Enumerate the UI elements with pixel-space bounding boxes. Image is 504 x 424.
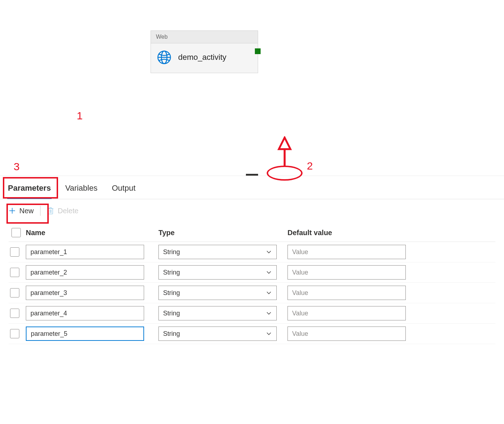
row-checkbox[interactable] xyxy=(10,309,19,318)
parameter-default-input[interactable]: Value xyxy=(287,265,406,280)
delete-button-label: Delete xyxy=(58,207,79,215)
parameter-default-input[interactable]: Value xyxy=(287,306,406,320)
parameter-name-input[interactable]: parameter_1 xyxy=(26,245,144,259)
parameter-type-select[interactable]: String xyxy=(158,245,277,259)
bottom-panel-tabs: Parameters Variables Output xyxy=(0,177,504,199)
parameter-default-input[interactable]: Value xyxy=(287,286,406,300)
globe-icon xyxy=(157,50,172,65)
table-row: parameter_5StringValue xyxy=(9,324,495,344)
parameter-type-value: String xyxy=(163,310,180,317)
tab-variables[interactable]: Variables xyxy=(65,181,98,199)
col-header-type: Type xyxy=(158,229,287,237)
row-checkbox[interactable] xyxy=(10,288,19,297)
table-header-row: Name Type Default value xyxy=(9,222,495,242)
parameter-type-select[interactable]: String xyxy=(158,306,277,320)
parameter-name-input[interactable]: parameter_2 xyxy=(26,265,144,280)
parameter-type-value: String xyxy=(163,330,180,338)
tab-parameters[interactable]: Parameters xyxy=(7,181,52,199)
parameter-type-select[interactable]: String xyxy=(158,327,277,341)
parameter-name-input[interactable]: parameter_3 xyxy=(26,286,144,300)
parameter-type-value: String xyxy=(163,289,180,297)
activity-success-handle[interactable] xyxy=(255,48,261,54)
tab-output[interactable]: Output xyxy=(111,181,136,199)
parameter-default-input[interactable]: Value xyxy=(287,327,406,341)
parameter-type-value: String xyxy=(163,248,180,256)
activity-name: demo_activity xyxy=(178,53,227,62)
pipeline-canvas[interactable]: Web demo_activity xyxy=(0,0,504,176)
row-checkbox[interactable] xyxy=(10,329,19,338)
table-row: parameter_2StringValue xyxy=(9,262,495,283)
table-row: parameter_1StringValue xyxy=(9,242,495,262)
parameter-default-input[interactable]: Value xyxy=(287,245,406,259)
row-checkbox[interactable] xyxy=(10,268,19,277)
chevron-down-icon xyxy=(266,269,272,276)
parameter-type-select[interactable]: String xyxy=(158,286,277,300)
table-row: parameter_4StringValue xyxy=(9,303,495,324)
panel-resize-bar[interactable] xyxy=(0,176,504,177)
trash-icon xyxy=(47,207,54,215)
activity-body[interactable]: demo_activity xyxy=(151,43,258,73)
col-header-name: Name xyxy=(26,229,158,237)
row-checkbox[interactable] xyxy=(10,247,19,257)
toolbar-separator xyxy=(40,206,41,216)
plus-icon xyxy=(9,207,16,214)
parameters-toolbar: New Delete xyxy=(0,199,504,222)
web-activity-node[interactable]: Web demo_activity xyxy=(151,30,258,73)
select-all-checkbox[interactable] xyxy=(11,228,21,237)
delete-parameter-button: Delete xyxy=(47,207,79,215)
chevron-down-icon xyxy=(266,330,272,337)
chevron-down-icon xyxy=(266,290,272,296)
table-row: parameter_3StringValue xyxy=(9,283,495,303)
new-parameter-button[interactable]: New xyxy=(9,207,34,215)
parameter-name-input[interactable]: parameter_4 xyxy=(26,306,144,320)
parameter-type-select[interactable]: String xyxy=(158,265,277,280)
parameter-name-input[interactable]: parameter_5 xyxy=(26,327,144,341)
panel-collapse-handle[interactable] xyxy=(246,174,258,176)
chevron-down-icon xyxy=(266,310,272,316)
parameter-type-value: String xyxy=(163,269,180,276)
new-button-label: New xyxy=(19,207,34,215)
col-header-default: Default value xyxy=(287,229,413,237)
chevron-down-icon xyxy=(266,249,272,255)
parameters-table: Name Type Default value parameter_1Strin… xyxy=(0,222,504,344)
activity-type-label: Web xyxy=(151,31,258,43)
